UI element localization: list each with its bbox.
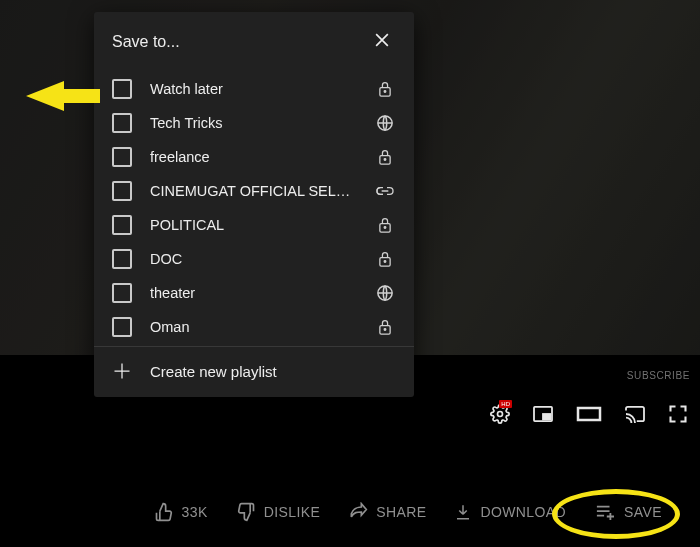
playlist-item[interactable]: DOC: [94, 242, 414, 276]
playlist-checkbox[interactable]: [112, 317, 132, 337]
playlist-checkbox[interactable]: [112, 215, 132, 235]
cast-icon: [624, 405, 646, 423]
save-label: SAVE: [624, 504, 662, 520]
svg-point-10: [384, 227, 386, 229]
download-icon: [454, 502, 472, 522]
plus-icon: [112, 361, 132, 381]
playlist-checkbox[interactable]: [112, 283, 132, 303]
privacy-private-icon: [374, 250, 396, 268]
thumb-up-icon: [154, 502, 174, 522]
fullscreen-icon: [668, 404, 688, 424]
svg-point-0: [498, 412, 503, 417]
playlist-item[interactable]: freelance: [94, 140, 414, 174]
playlist-label: theater: [150, 285, 356, 301]
playlist-list: Watch laterTech TricksfreelanceCINEMUGAT…: [94, 68, 414, 346]
privacy-private-icon: [374, 318, 396, 336]
svg-point-8: [384, 159, 386, 161]
playlist-label: Watch later: [150, 81, 356, 97]
cast-button[interactable]: [624, 405, 646, 423]
download-button[interactable]: DOWNLOAD: [454, 502, 566, 522]
like-button[interactable]: 33K: [154, 502, 208, 522]
app-stage: SUBSCRIBE HD: [0, 0, 700, 547]
privacy-private-icon: [374, 216, 396, 234]
playlist-item[interactable]: theater: [94, 276, 414, 310]
close-icon: [372, 30, 392, 50]
thumb-down-icon: [236, 502, 256, 522]
create-new-playlist-button[interactable]: Create new playlist: [94, 346, 414, 397]
subscribe-button[interactable]: SUBSCRIBE: [627, 370, 690, 381]
close-button[interactable]: [368, 26, 396, 58]
playlist-label: DOC: [150, 251, 356, 267]
playlist-label: CINEMUGAT OFFICIAL SELECTION: [150, 183, 356, 199]
playlist-checkbox[interactable]: [112, 181, 132, 201]
playlist-item[interactable]: Tech Tricks: [94, 106, 414, 140]
fullscreen-button[interactable]: [668, 404, 688, 424]
playlist-item[interactable]: Watch later: [94, 72, 414, 106]
playlist-checkbox[interactable]: [112, 249, 132, 269]
hd-badge: HD: [499, 400, 512, 408]
like-count-label: 33K: [182, 504, 208, 520]
playlist-add-icon: [594, 503, 616, 521]
download-label: DOWNLOAD: [480, 504, 566, 520]
theater-mode-button[interactable]: [576, 406, 602, 422]
miniplayer-icon: [532, 405, 554, 423]
svg-rect-2: [543, 414, 550, 419]
playlist-checkbox[interactable]: [112, 79, 132, 99]
share-icon: [348, 502, 368, 522]
privacy-unlisted-icon: [374, 185, 396, 197]
playlist-label: POLITICAL: [150, 217, 356, 233]
playlist-item[interactable]: Oman: [94, 310, 414, 344]
svg-point-5: [384, 91, 386, 93]
modal-header: Save to...: [94, 12, 414, 68]
save-button[interactable]: SAVE: [594, 503, 662, 521]
playlist-label: freelance: [150, 149, 356, 165]
miniplayer-button[interactable]: [532, 405, 554, 423]
privacy-private-icon: [374, 80, 396, 98]
playlist-label: Tech Tricks: [150, 115, 356, 131]
dislike-button[interactable]: DISLIKE: [236, 502, 321, 522]
playlist-checkbox[interactable]: [112, 113, 132, 133]
playlist-item[interactable]: CINEMUGAT OFFICIAL SELECTION: [94, 174, 414, 208]
share-button[interactable]: SHARE: [348, 502, 426, 522]
playlist-label: Oman: [150, 319, 356, 335]
playlist-checkbox[interactable]: [112, 147, 132, 167]
playlist-item[interactable]: POLITICAL: [94, 208, 414, 242]
save-to-modal: Save to... Watch laterTech Tricksfreelan…: [94, 12, 414, 397]
settings-button[interactable]: HD: [490, 404, 510, 424]
modal-title: Save to...: [112, 33, 180, 51]
share-label: SHARE: [376, 504, 426, 520]
svg-point-12: [384, 261, 386, 263]
privacy-private-icon: [374, 148, 396, 166]
dislike-label: DISLIKE: [264, 504, 321, 520]
svg-rect-3: [578, 408, 600, 420]
svg-point-15: [384, 329, 386, 331]
action-row: 33K DISLIKE SHARE DOWNLOAD SAVE: [0, 477, 700, 547]
privacy-public-icon: [374, 114, 396, 132]
privacy-public-icon: [374, 284, 396, 302]
player-controls: HD: [490, 404, 688, 424]
theater-icon: [576, 406, 602, 422]
create-playlist-label: Create new playlist: [150, 363, 277, 380]
